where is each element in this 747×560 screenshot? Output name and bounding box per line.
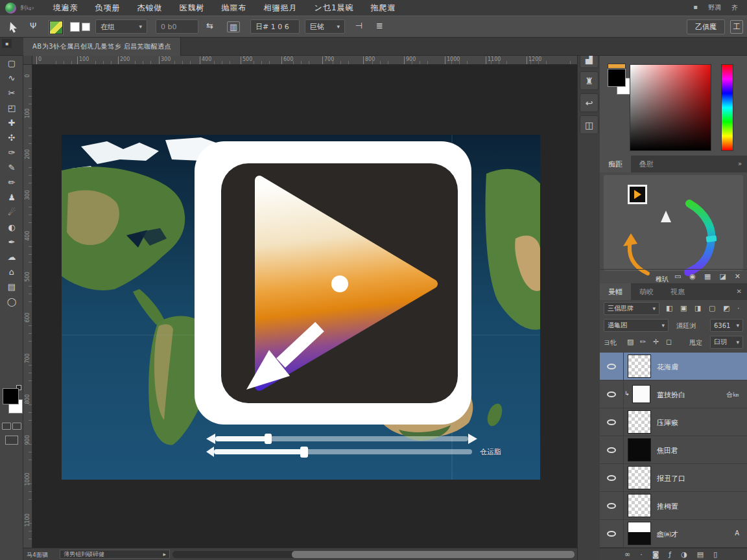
lasso-tool[interactable]: ∿ <box>0 71 23 86</box>
color-slider-bar[interactable] <box>608 64 626 69</box>
menu-select[interactable]: 抛噩布 <box>213 3 255 14</box>
link-layers-icon[interactable]: ∞ <box>624 551 630 558</box>
adj-footer-icon-4[interactable]: ◪ <box>719 273 726 280</box>
document-tab[interactable]: AB为3钋仑属吕创巩几曼笃乡 启昌芜咖醒透点 <box>23 38 181 56</box>
adjustment-thumbnail[interactable] <box>628 185 647 204</box>
layer-filter-dropdown[interactable]: 三倡思牌 ▾ <box>604 302 659 315</box>
menu-extra-1[interactable]: 野凋 <box>708 3 721 12</box>
app-logo-icon[interactable] <box>5 3 16 14</box>
slice-tool[interactable]: ✂ <box>0 86 23 100</box>
layer-row-3[interactable]: 庒厙瘊 <box>600 408 747 436</box>
visibility-cell[interactable] <box>600 380 624 408</box>
layer-thumbnail[interactable] <box>628 355 651 378</box>
menu-filter[interactable]: 相骊挹月 <box>255 3 306 14</box>
screen-mode-button[interactable] <box>5 436 18 445</box>
align-icon[interactable]: ▥ <box>227 21 240 32</box>
tool-preset-icon[interactable]: Ψ <box>30 21 36 30</box>
layer-row-2[interactable]: ↳ 薑技扮白 合㎞ <box>600 380 747 408</box>
tab-styles[interactable]: 叠慰 <box>631 156 662 172</box>
close-icon[interactable]: ✕ <box>737 288 742 295</box>
pencil-tool[interactable]: ✏ <box>0 175 23 190</box>
lock-transparency-icon[interactable]: ▨ <box>627 338 634 345</box>
fill-dropdown[interactable]: 臼玥 ▾ <box>710 336 743 349</box>
visibility-cell[interactable] <box>600 353 624 380</box>
lock-pixels-icon[interactable]: ✏ <box>640 338 646 345</box>
filter-effect-icon[interactable]: ▣ <box>680 305 687 312</box>
brush-tool[interactable]: ✎ <box>0 160 23 175</box>
gradient-preset-thumbnail[interactable] <box>49 21 63 34</box>
zoom-level-text[interactable]: 马4面驷 <box>27 551 48 559</box>
filter-attribute-icon[interactable]: ▢ <box>709 305 715 312</box>
saturation-brightness-field[interactable] <box>630 64 711 151</box>
edit-mode-button[interactable] <box>12 423 21 430</box>
smudge-tool[interactable]: ☄ <box>0 205 23 220</box>
layer-thumbnail[interactable] <box>632 385 650 403</box>
layer-row-1[interactable]: 花海膚 <box>600 353 747 380</box>
visibility-cell[interactable] <box>600 492 624 519</box>
tab-corner-icon[interactable]: ▪ <box>2 39 12 48</box>
menu-image[interactable]: 杰锒做 <box>129 3 171 14</box>
visibility-cell[interactable] <box>600 464 624 491</box>
navigator-panel-button[interactable]: ♜ <box>580 71 599 90</box>
horizontal-scrollbar-thumb[interactable] <box>292 551 575 558</box>
blend-mode-dropdown[interactable]: 遢亀困 ▾ <box>604 319 669 332</box>
libraries-panel-button[interactable]: ◫ <box>580 115 599 134</box>
layer-row-7[interactable]: 嵞㈱才 A <box>600 520 747 548</box>
foreground-color-swatch[interactable] <box>3 388 19 404</box>
layer-thumbnail[interactable] <box>628 410 651 434</box>
layer-thumbnail[interactable] <box>628 494 651 517</box>
filter-kind-icon[interactable]: ◧ <box>666 305 672 312</box>
horizontal-scrollbar[interactable] <box>172 551 575 558</box>
mode-dropdown[interactable]: 巨铭 ▾ <box>305 19 345 34</box>
menu-extra-2[interactable]: 齐 <box>731 3 738 12</box>
menu-view[interactable]: ン乜1晨碗 <box>306 3 362 14</box>
menu-edit[interactable]: 负项册 <box>87 3 129 14</box>
workspace-switch-icon[interactable]: 工 <box>730 20 743 34</box>
tab-paths[interactable]: 視扈 <box>662 283 693 300</box>
menu-file[interactable]: 境遍亲 <box>45 3 87 14</box>
document-info-field[interactable]: 薄男钮到硕碎健 ▸ <box>60 550 170 559</box>
options-menu-icon[interactable]: ≣ <box>376 21 383 30</box>
quick-mask-button[interactable] <box>2 423 11 430</box>
coords-field[interactable]: 日# 1 0 6 <box>250 19 300 34</box>
layer-thumbnail[interactable] <box>628 466 651 489</box>
pen-tool[interactable]: ✒ <box>0 235 23 250</box>
dodge-tool[interactable]: ◐ <box>0 220 23 235</box>
opacity-dropdown[interactable]: 6361 ▾ <box>710 319 743 332</box>
layer-mask-icon[interactable]: ◙ <box>652 551 659 558</box>
adj-footer-icon-3[interactable]: ▦ <box>704 273 711 280</box>
rainbow-arc-icon[interactable] <box>683 200 717 276</box>
adj-footer-icon-1[interactable]: ▭ <box>674 273 681 280</box>
lock-all-icon[interactable]: ◻ <box>666 338 672 345</box>
swatch-pair-icon[interactable] <box>70 22 90 32</box>
history-panel-button[interactable]: ↩ <box>580 93 599 112</box>
filter-color-icon[interactable]: ◩ <box>723 305 729 312</box>
flip-icon[interactable]: ⇆ <box>206 21 213 30</box>
group-mode-dropdown[interactable]: 在组 ▾ <box>95 19 147 34</box>
adj-footer-icon-2[interactable]: ◉ <box>689 273 696 280</box>
document-canvas[interactable]: 仓运脂 <box>32 65 577 548</box>
layer-row-5[interactable]: 报丑了口 <box>600 464 747 492</box>
shape-tool[interactable]: ◯ <box>0 294 23 309</box>
visibility-cell[interactable] <box>600 408 624 436</box>
layer-thumbnail[interactable] <box>628 438 651 461</box>
clone-stamp-tool[interactable]: ♟ <box>0 190 23 205</box>
footer-dot-icon[interactable]: · <box>640 551 643 558</box>
filter-mode-icon[interactable]: ◨ <box>694 305 701 312</box>
crop-tool[interactable]: ◰ <box>0 100 23 115</box>
filter-toggle-icon[interactable]: · <box>737 305 740 312</box>
layer-effects-icon[interactable]: ƒ <box>669 551 671 558</box>
value-field[interactable]: 0 b0 <box>156 19 198 34</box>
tab-channels[interactable]: 萌峧 <box>631 283 662 300</box>
tab-layers[interactable]: 曼輺 <box>600 283 631 300</box>
adjustment-layer-icon[interactable]: ◑ <box>681 551 687 558</box>
curvature-pen-tool[interactable]: ✑ <box>0 145 23 160</box>
distribute-icon[interactable]: ⊣ <box>355 21 362 30</box>
visibility-cell[interactable] <box>600 520 624 547</box>
menu-layer[interactable]: 医魏树 <box>171 3 213 14</box>
notebook-tool[interactable]: ▤ <box>0 279 23 294</box>
lock-position-icon[interactable]: ✛ <box>653 338 659 345</box>
adj-footer-icon-5[interactable]: ✕ <box>735 273 741 280</box>
tab-adjustments[interactable]: 痴距 <box>600 156 631 172</box>
healing-brush-tool[interactable]: ✣ <box>0 130 23 145</box>
